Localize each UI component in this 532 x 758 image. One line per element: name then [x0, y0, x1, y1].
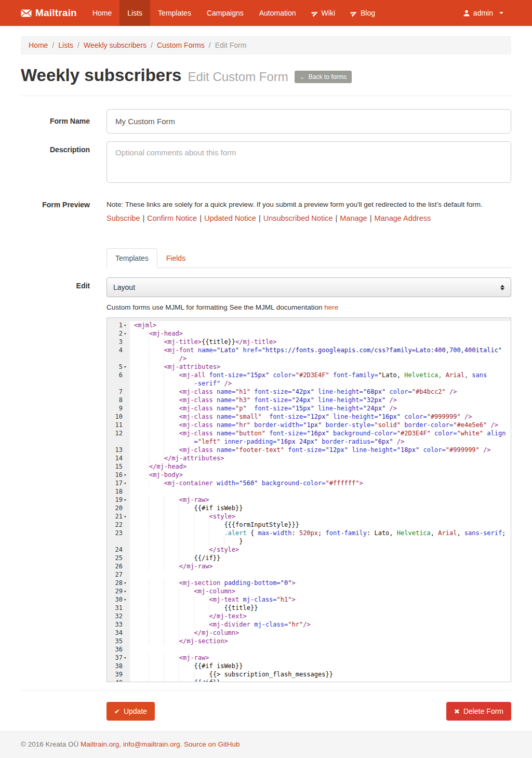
gutter-line-number: 5▾	[107, 363, 130, 371]
fold-arrow-icon[interactable]: ▾	[123, 595, 130, 604]
brand-mailtrain[interactable]: Mailtrain	[13, 0, 85, 26]
code-line[interactable]: 8 <mj-class name="h3" font-size="24px" l…	[107, 396, 511, 404]
fold-arrow-icon[interactable]: ▾	[123, 479, 130, 487]
code-line[interactable]: 15 </mj-head>	[107, 462, 511, 471]
preview-link-confirm-notice[interactable]: Confirm Notice	[147, 214, 197, 222]
code-line[interactable]: 3 <mj-title>{{title}}</mj-title>	[107, 338, 511, 346]
nav-item-label: Home	[92, 9, 112, 17]
code-line[interactable]: 13 <mj-class name="footer-text" font-siz…	[107, 446, 511, 454]
code-line[interactable]: 21▾ <style>	[107, 512, 511, 521]
github-link[interactable]: Source on GitHub	[184, 740, 240, 748]
fold-arrow-icon[interactable]: ▾	[123, 587, 130, 595]
code-line[interactable]: 6 <mj-all font-size="15px" color="#2D3E4…	[107, 371, 511, 388]
fold-arrow-icon[interactable]: ▾	[123, 471, 130, 479]
nav-item-blog[interactable]: Blog	[343, 0, 383, 26]
code-line[interactable]: 1▾<mjml>	[107, 321, 511, 329]
back-to-forms-button[interactable]: ← Back to forms	[295, 71, 352, 83]
preview-link-separator: |	[140, 214, 147, 222]
code-line[interactable]: 9 <mj-class name="p" font-size="15px" li…	[107, 404, 511, 413]
code-line[interactable]: 35 </mj-section>	[107, 637, 511, 645]
breadcrumb-link-lists[interactable]: Lists	[58, 41, 73, 49]
tab-fields[interactable]: Fields	[157, 248, 194, 268]
code-line[interactable]: 28▾ <mj-section padding-bottom="0">	[107, 579, 511, 587]
user-menu[interactable]: admin	[455, 9, 511, 17]
form-name-input[interactable]	[107, 109, 511, 134]
tab-templates[interactable]: Templates	[107, 248, 157, 268]
breadcrumb-link-weekly-subscribers[interactable]: Weekly subscribers	[84, 41, 147, 49]
code-line[interactable]: 36	[107, 645, 511, 654]
fold-arrow-icon[interactable]: ▾	[123, 654, 130, 662]
back-to-forms-label: Back to forms	[309, 73, 347, 81]
code-line[interactable]: 38 {{#if isWeb}}	[107, 662, 511, 670]
code-line[interactable]: 12 <mj-class name="button" font-size="16…	[107, 429, 511, 446]
code-line[interactable]: 19▾ <mj-raw>	[107, 496, 511, 504]
code-line[interactable]: 2▾ <mj-head>	[107, 329, 511, 338]
mjml-doc-link[interactable]: here	[324, 303, 338, 311]
mjml-note: Custom forms use MJML for formatting See…	[107, 303, 511, 311]
code-line[interactable]: 16▾ <mj-body>	[107, 471, 511, 479]
breadcrumb-link-home[interactable]: Home	[29, 41, 48, 49]
code-line[interactable]: 37▾ <mj-raw>	[107, 654, 511, 662]
nav-item-label: Blog	[361, 9, 375, 17]
nav-item-home[interactable]: Home	[85, 0, 119, 26]
code-line[interactable]: 5▾ <mj-attributes>	[107, 363, 511, 371]
code-line[interactable]: 40 {{/if}}	[107, 679, 511, 682]
mailtrain-org-link[interactable]: Mailtrain.org	[81, 740, 119, 748]
breadcrumb-current: Edit Form	[215, 41, 247, 49]
preview-link-manage-address[interactable]: Manage Address	[374, 214, 431, 222]
description-textarea[interactable]	[107, 141, 511, 183]
code-line[interactable]: 11 <mj-class name="hr" border-width="1px…	[107, 421, 511, 429]
code-line[interactable]: 25 {{/if}}	[107, 554, 511, 562]
code-line[interactable]: 27	[107, 570, 511, 579]
code-line[interactable]: 30▾ <mj-text mj-class="h1">	[107, 595, 511, 604]
code-line[interactable]: 33 <mj-divider mj-class="hr"/>	[107, 620, 511, 629]
email-link[interactable]: info@mailtrain.org	[123, 740, 180, 748]
fold-arrow-icon[interactable]: ▾	[123, 579, 130, 587]
code-line[interactable]: 31 {{title}}	[107, 604, 511, 612]
code-line[interactable]: 22 {{{formInputStyle}}}	[107, 521, 511, 529]
gutter-line-number: 24	[107, 546, 130, 554]
gutter-line-number: 40	[107, 679, 130, 682]
fold-arrow-icon[interactable]: ▾	[123, 496, 130, 504]
code-line[interactable]: 10 <mj-class name="small" font-size="12p…	[107, 413, 511, 421]
code-line[interactable]: 24 </style>	[107, 546, 511, 554]
preview-link-manage[interactable]: Manage	[340, 214, 367, 222]
code-line[interactable]: 26 </mj-raw>	[107, 562, 511, 570]
check-icon: ✔	[114, 708, 120, 715]
nav-item-label: Templates	[158, 9, 191, 17]
nav-item-templates[interactable]: Templates	[150, 0, 199, 26]
code-line[interactable]: 29▾ <mj-column>	[107, 587, 511, 595]
fold-arrow-icon[interactable]: ▾	[123, 363, 130, 371]
nav-item-lists[interactable]: Lists	[119, 0, 150, 26]
gutter-line-number: 30▾	[107, 595, 130, 604]
breadcrumb-link-custom-forms[interactable]: Custom Forms	[157, 41, 205, 49]
code-line[interactable]: 20 {{#if isWeb}}	[107, 504, 511, 512]
update-button[interactable]: ✔ Update	[107, 702, 155, 721]
code-line[interactable]: 7 <mj-class name="h1" font-size="42px" l…	[107, 388, 511, 396]
code-line[interactable]: 39 {{> subscription_flash_messages}}	[107, 670, 511, 679]
code-line[interactable]: 14 </mj-attributes>	[107, 454, 511, 462]
preview-link-unsubscribed-notice[interactable]: Unsubscribed Notice	[263, 214, 333, 222]
mjml-code-editor[interactable]: 1▾<mjml>2▾ <mj-head>3 <mj-title>{{title}…	[107, 317, 511, 682]
preview-link-updated-notice[interactable]: Updated Notice	[204, 214, 256, 222]
code-line[interactable]: 4 <mj-font name="Lato" href="https://fon…	[107, 346, 511, 363]
nav-item-wiki[interactable]: Wiki	[304, 0, 343, 26]
delete-form-button[interactable]: ✖ Delete Form	[446, 702, 511, 721]
code-line[interactable]: 18	[107, 487, 511, 496]
fold-arrow-icon[interactable]: ▾	[123, 321, 130, 329]
preview-link-subscribe[interactable]: Subscribe	[107, 214, 140, 222]
send-icon	[312, 10, 318, 17]
nav-item-campaigns[interactable]: Campaigns	[199, 0, 251, 26]
description-label: Description	[21, 141, 90, 185]
page-footer: © 2016 Kreata OÜ Mailtrain.org, info@mai…	[0, 730, 532, 758]
delete-form-label: Delete Form	[463, 707, 503, 715]
edit-template-select[interactable]: Layout	[107, 277, 511, 297]
gutter-line-number: 31	[107, 604, 130, 612]
code-line[interactable]: 17▾ <mj-container width="560" background…	[107, 479, 511, 487]
code-line[interactable]: 32 </mj-text>	[107, 612, 511, 620]
code-line[interactable]: 23 .alert { max-width: 520px; font-famil…	[107, 529, 511, 546]
nav-item-automation[interactable]: Automation	[251, 0, 304, 26]
fold-arrow-icon[interactable]: ▾	[123, 329, 130, 338]
fold-arrow-icon[interactable]: ▾	[123, 512, 130, 521]
code-line[interactable]: 34 </mj-column>	[107, 629, 511, 637]
